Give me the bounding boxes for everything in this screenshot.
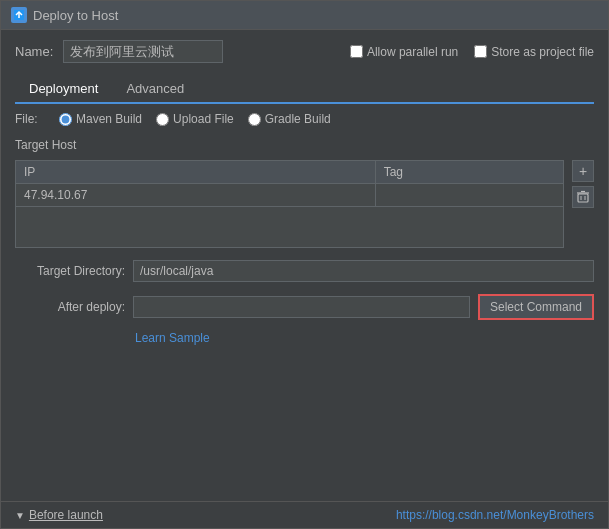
- tag-column-header: Tag: [376, 161, 563, 183]
- upload-file-radio[interactable]: [156, 113, 169, 126]
- tabs: Deployment Advanced: [15, 75, 594, 104]
- table-side-buttons: +: [572, 160, 594, 248]
- upload-file-label: Upload File: [173, 112, 234, 126]
- gradle-build-label: Gradle Build: [265, 112, 331, 126]
- bottom-link: https://blog.csdn.net/MonkeyBrothers: [396, 508, 594, 522]
- name-row: Name: Allow parallel run Store as projec…: [15, 40, 594, 63]
- spacer: [15, 353, 594, 491]
- dialog-content: Name: Allow parallel run Store as projec…: [1, 30, 608, 501]
- tab-deployment[interactable]: Deployment: [15, 75, 112, 104]
- file-row: File: Maven Build Upload File Gradle Bui…: [15, 112, 594, 126]
- target-directory-label: Target Directory:: [15, 264, 125, 278]
- file-label: File:: [15, 112, 45, 126]
- maven-build-radio[interactable]: [59, 113, 72, 126]
- remove-host-button[interactable]: [572, 186, 594, 208]
- learn-sample-row: Learn Sample: [135, 330, 594, 345]
- ip-cell: 47.94.10.67: [16, 184, 376, 206]
- table-header: IP Tag: [16, 161, 563, 184]
- svg-rect-1: [578, 194, 588, 202]
- target-directory-row: Target Directory:: [15, 260, 594, 282]
- dialog: Deploy to Host Name: Allow parallel run …: [0, 0, 609, 529]
- table-wrapper: IP Tag 47.94.10.67 +: [15, 160, 594, 248]
- app-icon: [11, 7, 27, 23]
- checkboxes: Allow parallel run Store as project file: [350, 45, 594, 59]
- upload-file-option[interactable]: Upload File: [156, 112, 234, 126]
- allow-parallel-run-checkbox[interactable]: [350, 45, 363, 58]
- table-row[interactable]: 47.94.10.67: [16, 184, 563, 207]
- add-host-button[interactable]: +: [572, 160, 594, 182]
- after-deploy-input[interactable]: [133, 296, 470, 318]
- dialog-title: Deploy to Host: [33, 8, 118, 23]
- maven-build-label: Maven Build: [76, 112, 142, 126]
- target-directory-input[interactable]: [133, 260, 594, 282]
- name-label: Name:: [15, 44, 55, 59]
- name-input[interactable]: [63, 40, 223, 63]
- after-deploy-label: After deploy:: [15, 300, 125, 314]
- target-host-table: IP Tag 47.94.10.67: [15, 160, 564, 248]
- store-as-project-file-checkbox[interactable]: [474, 45, 487, 58]
- allow-parallel-run-label: Allow parallel run: [367, 45, 458, 59]
- title-bar: Deploy to Host: [1, 1, 608, 30]
- after-deploy-row: After deploy: Select Command: [15, 294, 594, 320]
- bottom-bar: ▼ Before launch https://blog.csdn.net/Mo…: [1, 501, 608, 528]
- store-as-project-file-item[interactable]: Store as project file: [474, 45, 594, 59]
- empty-row: [16, 207, 563, 247]
- store-as-project-file-label: Store as project file: [491, 45, 594, 59]
- chevron-down-icon: ▼: [15, 510, 25, 521]
- gradle-build-option[interactable]: Gradle Build: [248, 112, 331, 126]
- before-launch[interactable]: ▼ Before launch: [15, 508, 103, 522]
- allow-parallel-run-item[interactable]: Allow parallel run: [350, 45, 458, 59]
- maven-build-option[interactable]: Maven Build: [59, 112, 142, 126]
- gradle-build-radio[interactable]: [248, 113, 261, 126]
- learn-sample-link[interactable]: Learn Sample: [135, 331, 210, 345]
- select-command-button[interactable]: Select Command: [478, 294, 594, 320]
- before-launch-label: Before launch: [29, 508, 103, 522]
- tag-cell: [376, 184, 563, 206]
- target-host-label: Target Host: [15, 138, 594, 152]
- ip-column-header: IP: [16, 161, 376, 183]
- tab-advanced[interactable]: Advanced: [112, 75, 198, 102]
